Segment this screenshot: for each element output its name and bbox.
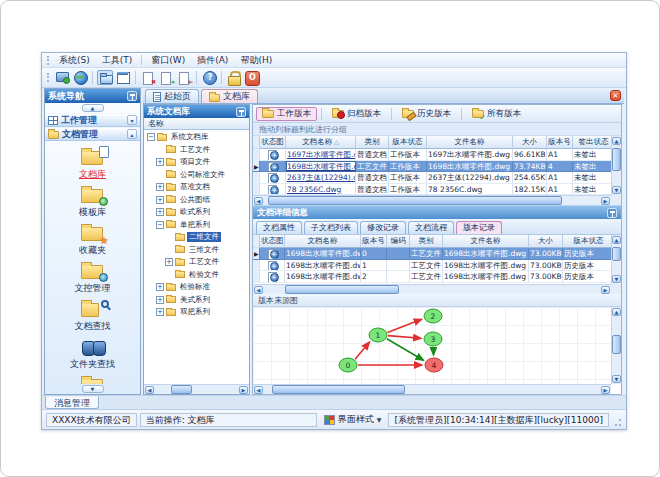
globe-icon[interactable] (72, 70, 88, 85)
scroll-track[interactable] (156, 385, 237, 394)
column-header-编码[interactable]: 编码 (387, 235, 410, 248)
tree-node-美式系列[interactable]: +美式系列 (144, 294, 249, 307)
expand-icon[interactable]: + (156, 183, 164, 191)
detail-tab-版本记录[interactable]: 版本记录 (456, 221, 502, 234)
detail-tab-修改记录[interactable]: 修改记录 (360, 221, 406, 234)
detail-tab-子文档列表[interactable]: 子文档列表 (304, 221, 358, 234)
window-layout-icon[interactable] (115, 70, 131, 85)
scroll-up-arrow[interactable]: ▲ (612, 308, 621, 316)
scroll-thumb[interactable] (612, 247, 621, 262)
scroll-right-arrow[interactable]: ▶ (601, 286, 610, 294)
expand-icon[interactable]: + (156, 208, 164, 216)
sidebar-item-文控管理[interactable]: 文控管理 (50, 261, 136, 296)
tree-column-header[interactable]: 名称 (144, 118, 249, 130)
tab-文档库[interactable]: 文档库 (201, 89, 258, 103)
menu-item[interactable]: 窗口(W) (145, 53, 191, 68)
version-grid-hscrollbar[interactable]: ◀ ▶ (253, 284, 611, 294)
scroll-left-arrow[interactable]: ◀ (254, 197, 263, 205)
tree-node-三维文件[interactable]: 三维文件 (144, 244, 249, 257)
table-row[interactable]: ▶1698出水嘴零件图.dwg0工艺文件1698出水嘴零件图.dwg73.00K… (253, 248, 611, 260)
scroll-track[interactable] (265, 385, 599, 394)
table-row[interactable]: 1697出水嘴零件图.dwg普通文档工作版本1697出水嘴零件图.dwg96.6… (253, 149, 611, 161)
table-row[interactable]: 1698出水嘴零件图.dwg2工艺文件1698出水嘴零件图.dwg73.00KB… (253, 271, 611, 283)
column-header-状态图[interactable]: 状态图 (260, 235, 285, 248)
tree-node-检验文件[interactable]: 检验文件 (144, 269, 249, 282)
scroll-up-arrow[interactable]: ▲ (612, 236, 621, 244)
doc-out-icon[interactable] (158, 70, 174, 85)
scroll-thumb[interactable] (272, 385, 406, 394)
version-graph[interactable]: 01234 (253, 307, 611, 384)
column-header-签出状态[interactable]: 签出状态 (573, 136, 611, 149)
table-row[interactable]: ▶1698出水嘴零件图.dwg工艺文件工作版本1698出水嘴零件图.dwg73.… (253, 161, 611, 173)
tree-node-单把系列[interactable]: −单把系列 (144, 219, 249, 232)
collapse-icon[interactable]: − (147, 133, 155, 141)
tree-node-欧式系列[interactable]: +欧式系列 (144, 206, 249, 219)
scroll-thumb[interactable] (268, 196, 562, 205)
monitor-icon[interactable] (54, 70, 70, 85)
expand-icon[interactable]: + (156, 158, 164, 166)
detail-tab-文档流程[interactable]: 文档流程 (408, 221, 454, 234)
menu-item[interactable]: 工具(T) (96, 53, 139, 68)
scroll-thumb[interactable] (612, 335, 621, 354)
doc-in-icon[interactable] (176, 70, 192, 85)
menu-item[interactable]: 系统(S) (53, 53, 96, 68)
detail-tab-文档属性[interactable]: 文档属性 (256, 221, 302, 234)
column-header-类别[interactable]: 类别 (410, 235, 443, 248)
column-header-文件名称[interactable]: 文件名称 (443, 235, 529, 248)
scroll-left-arrow[interactable]: ◀ (254, 286, 263, 294)
sidebar-scroll-down[interactable]: ▼ (45, 384, 140, 394)
version-filter-工作版本[interactable]: 工作版本 (256, 107, 317, 121)
chevron-up-icon[interactable]: ▲ (82, 104, 104, 112)
scroll-left-arrow[interactable]: ◀ (145, 386, 154, 394)
document-name-link[interactable]: 78 2356C.dwg (287, 185, 341, 194)
chevron-up-icon[interactable]: ▴ (127, 129, 137, 139)
version-grid-vscrollbar[interactable]: ▲ ▼ (611, 235, 621, 284)
scroll-track[interactable] (612, 318, 621, 373)
column-header-版本状态[interactable]: 版本状态 (389, 136, 427, 149)
tree-node-公共图纸[interactable]: +公共图纸 (144, 194, 249, 207)
scroll-down-arrow[interactable]: ▼ (612, 375, 621, 383)
sidebar-group-work[interactable]: 工作管理 ▾ (45, 113, 140, 127)
expand-icon[interactable]: + (156, 283, 164, 291)
scroll-track[interactable] (265, 285, 599, 294)
toolbar-drag-grip[interactable] (47, 73, 50, 82)
version-filter-归档版本[interactable]: 归档版本 (326, 107, 387, 121)
column-header-文件名称[interactable]: 文件名称 (427, 136, 513, 149)
help-icon[interactable] (201, 70, 217, 85)
scroll-thumb[interactable] (612, 148, 621, 171)
column-header-版本状态[interactable]: 版本状态 (563, 235, 611, 248)
version-filter-历史版本[interactable]: 历史版本 (396, 107, 457, 121)
scroll-up-arrow[interactable]: ▲ (612, 137, 621, 145)
scroll-down-arrow[interactable]: ▼ (612, 275, 621, 283)
expand-icon[interactable]: + (156, 308, 164, 316)
folder-open-icon[interactable] (97, 70, 113, 85)
resize-grip[interactable] (612, 413, 622, 427)
interface-style-dropdown[interactable]: 界面样式 ▼ (320, 413, 386, 427)
sidebar-item-文档库[interactable]: 文档库 (50, 147, 136, 182)
chevron-down-icon[interactable]: ▼ (82, 385, 104, 393)
pin-icon[interactable] (236, 107, 246, 117)
tree-node-公司标准文件[interactable]: 公司标准文件 (144, 169, 249, 182)
column-header-大小[interactable]: 大小 (513, 136, 547, 149)
collapse-icon[interactable]: − (156, 221, 164, 229)
scroll-down-arrow[interactable]: ▼ (612, 186, 621, 194)
tree-node-工艺文件[interactable]: 工艺文件 (144, 144, 249, 157)
scroll-right-arrow[interactable]: ▶ (601, 197, 610, 205)
column-header-版本号[interactable]: 版本号 (547, 136, 573, 149)
tree-horizontal-scrollbar[interactable]: ◀ ▶ (144, 384, 249, 394)
scroll-right-arrow[interactable]: ▶ (239, 386, 248, 394)
tree-node-检验标准[interactable]: +检验标准 (144, 281, 249, 294)
column-header-文档名称[interactable]: 文档名称△ (286, 136, 356, 149)
tree-node-基准文档[interactable]: +基准文档 (144, 181, 249, 194)
graph-hscrollbar[interactable]: ◀ ▶ (253, 384, 611, 394)
column-header-版本号[interactable]: 版本号 (361, 235, 387, 248)
scroll-track[interactable] (612, 246, 621, 273)
documents-grid-hscrollbar[interactable]: ◀ ▶ (253, 195, 611, 205)
column-header-文档名称[interactable]: 文档名称 (285, 235, 361, 248)
tab-起始页[interactable]: 起始页 (145, 89, 199, 103)
sidebar-group-doc[interactable]: 文档管理 ▴ (45, 127, 140, 141)
pin-icon[interactable] (607, 208, 617, 218)
sidebar-item-文档查找[interactable]: 文档查找 (50, 299, 136, 334)
sidebar-scroll-up[interactable]: ▲ (45, 103, 140, 113)
sidebar-item-签出的文档[interactable]: 签出的文档 (50, 375, 136, 384)
